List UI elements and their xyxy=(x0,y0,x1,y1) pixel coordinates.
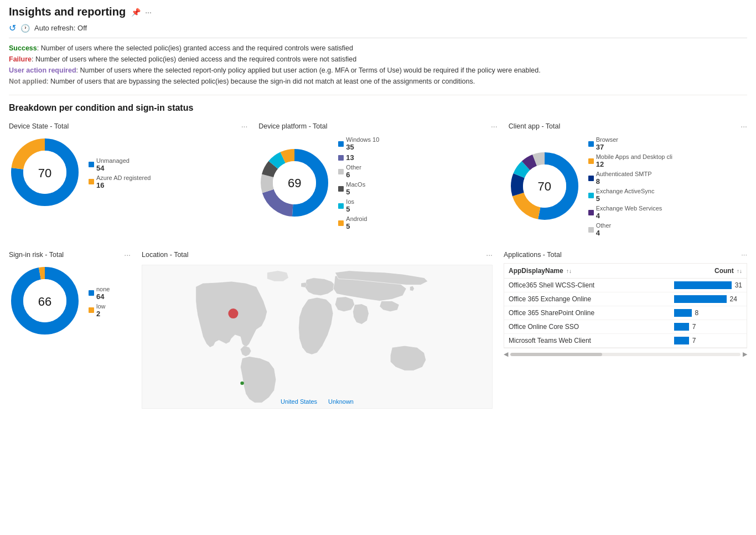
location-chart: Location - Total ··· xyxy=(142,250,493,409)
count-bar xyxy=(674,309,692,317)
bottom-row: Sign-in risk - Total ··· 66 n xyxy=(9,250,747,409)
failure-label: Failure xyxy=(9,55,32,63)
applications-header: Applications - Total ··· xyxy=(504,250,747,259)
client-app-total: 70 xyxy=(537,179,551,194)
sign-in-risk-inner: 66 none 64 low 2 xyxy=(9,265,131,338)
table-row: Office Online Core SSO 7 xyxy=(504,320,747,334)
sign-in-risk-donut: 66 xyxy=(9,265,81,338)
device-platform-title: Device platform - Total ··· xyxy=(258,122,497,131)
toolbar: ↺ 🕐 Auto refresh: Off xyxy=(9,23,747,38)
failure-text: : Number of users where the selected pol… xyxy=(32,55,356,63)
location-united-states[interactable]: United States xyxy=(281,398,317,405)
world-map-svg xyxy=(142,265,492,408)
client-app-legend: Browser 37 Mobile Apps and Desktop cli 1… xyxy=(588,136,672,237)
scroll-right[interactable]: ▶ xyxy=(743,351,747,358)
count-bar xyxy=(674,323,689,331)
legend-color xyxy=(89,307,94,313)
success-text: : Number of users where the selected pol… xyxy=(37,44,353,52)
user-action-text: : Number of users where the selected rep… xyxy=(76,66,541,74)
table-row: Office365 Shell WCSS-Client 31 xyxy=(504,279,747,292)
device-state-menu[interactable]: ··· xyxy=(241,122,248,131)
location-unknown[interactable]: Unknown xyxy=(328,398,354,405)
legend-item: Mobile Apps and Desktop cli 12 xyxy=(588,153,672,168)
refresh-button[interactable]: ↺ xyxy=(9,23,16,33)
app-count-cell: 24 xyxy=(670,292,747,306)
client-app-inner: 70 Browser 37 Mobile Apps and Desktop cl… xyxy=(509,136,747,237)
legend-color xyxy=(588,210,594,215)
more-icon[interactable]: ··· xyxy=(145,8,152,17)
app-count-cell: 7 xyxy=(670,334,747,348)
col-count[interactable]: Count ↑↓ xyxy=(670,264,747,279)
legend-color xyxy=(588,158,594,164)
applications-chart: Applications - Total ··· AppDisplayName … xyxy=(504,250,747,409)
legend-item: Other 6 xyxy=(338,164,379,179)
legend-item: 13 xyxy=(338,153,379,162)
legend-item: Windows 10 35 xyxy=(338,136,379,151)
breakdown-title: Breakdown per condition and sign-in stat… xyxy=(9,103,747,113)
success-label: Success xyxy=(9,44,37,52)
applications-tbody: Office365 Shell WCSS-Client 31 Office 36… xyxy=(504,279,747,348)
device-platform-donut: 69 xyxy=(258,147,330,220)
legend-color xyxy=(588,227,594,233)
top-charts-row: Device State - Total ··· 70 xyxy=(9,122,747,237)
device-state-chart: Device State - Total ··· 70 xyxy=(9,122,247,237)
section-divider xyxy=(9,95,747,95)
auto-refresh-label: Auto refresh: Off xyxy=(34,24,87,32)
legend-color xyxy=(338,220,344,226)
client-app-chart: Client app - Total ··· 70 xyxy=(509,122,747,237)
col-app-display-name[interactable]: AppDisplayName ↑↓ xyxy=(504,264,670,279)
sign-in-risk-chart: Sign-in risk - Total ··· 66 n xyxy=(9,250,131,409)
app-name: Office 365 Exchange Online xyxy=(504,292,670,306)
scroll-left[interactable]: ◀ xyxy=(504,351,508,358)
client-app-menu[interactable]: ··· xyxy=(741,122,747,131)
legend-item: none 64 xyxy=(89,286,110,301)
legend-color xyxy=(338,203,344,209)
table-row: Office 365 Exchange Online 24 xyxy=(504,292,747,306)
legend-item: Exchange ActiveSync 5 xyxy=(588,188,672,203)
applications-title: Applications - Total xyxy=(504,251,562,259)
map-dot-usa xyxy=(228,308,238,318)
app-count-cell: 8 xyxy=(670,306,747,320)
applications-table-wrapper[interactable]: AppDisplayName ↑↓ Count ↑↓ Office365 She… xyxy=(504,263,747,348)
legend-item: Other 4 xyxy=(588,222,672,237)
legend-item: low 2 xyxy=(89,303,110,318)
user-action-label: User action required xyxy=(9,66,76,74)
app-count-cell: 7 xyxy=(670,320,747,334)
app-name: Office365 Shell WCSS-Client xyxy=(504,279,670,292)
legend-item: Android 5 xyxy=(338,215,379,230)
table-header-row: AppDisplayName ↑↓ Count ↑↓ xyxy=(504,264,747,279)
legend-item: Authenticated SMTP 8 xyxy=(588,171,672,186)
not-applied-label: Not applied xyxy=(9,78,46,85)
sign-in-risk-title: Sign-in risk - Total ··· xyxy=(9,250,131,259)
app-name: Office Online Core SSO xyxy=(504,320,670,334)
applications-menu[interactable]: ··· xyxy=(741,250,747,259)
clock-icon: 🕐 xyxy=(20,24,30,33)
legend-color xyxy=(338,169,344,174)
legend-item: MacOs 5 xyxy=(338,181,379,196)
sign-in-risk-total: 66 xyxy=(38,295,51,309)
legend-color xyxy=(588,176,594,181)
app-name: Microsoft Teams Web Client xyxy=(504,334,670,348)
location-menu[interactable]: ··· xyxy=(486,250,493,259)
not-applied-text: : Number of users that are bypassing the… xyxy=(46,78,475,85)
sign-in-risk-menu[interactable]: ··· xyxy=(124,250,131,259)
legend-color xyxy=(89,179,94,184)
device-state-donut: 70 xyxy=(9,136,81,210)
location-title: Location - Total ··· xyxy=(142,250,493,259)
device-platform-menu[interactable]: ··· xyxy=(491,122,498,131)
table-row: Office 365 SharePoint Online 8 xyxy=(504,306,747,320)
device-platform-inner: 69 Windows 10 35 13 xyxy=(258,136,497,230)
applications-table: AppDisplayName ↑↓ Count ↑↓ Office365 She… xyxy=(504,264,747,348)
page-container: Insights and reporting 📌 ··· ↺ 🕐 Auto re… xyxy=(0,0,756,535)
page-title: Insights and reporting xyxy=(9,6,126,18)
count-bar xyxy=(674,295,727,303)
map-container: United States Unknown xyxy=(142,265,493,409)
count-bar xyxy=(674,281,732,289)
header: Insights and reporting 📌 ··· xyxy=(9,6,747,18)
sort-icon: ↑↓ xyxy=(566,268,572,274)
pin-icon[interactable]: 📌 xyxy=(131,8,141,17)
client-app-donut: 70 xyxy=(509,150,581,224)
header-icons[interactable]: 📌 ··· xyxy=(131,8,152,17)
app-count-cell: 31 xyxy=(670,279,747,292)
count-bar xyxy=(674,337,689,344)
